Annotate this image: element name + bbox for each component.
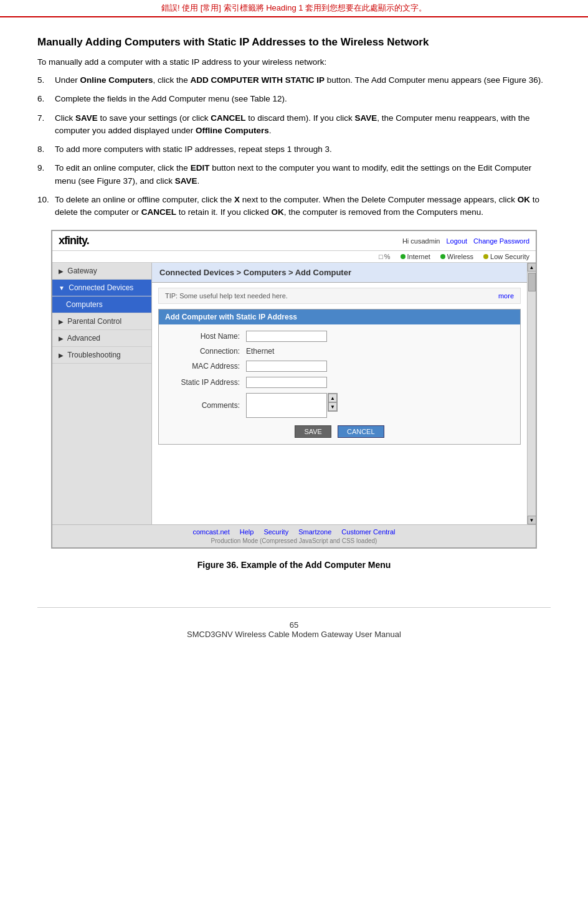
step-10-content: To delete an online or offline computer,… bbox=[55, 194, 551, 219]
form-section: Add Computer with Static IP Address Host… bbox=[158, 309, 521, 445]
intro-paragraph: To manually add a computer with a static… bbox=[37, 57, 551, 67]
step-9: 9. To edit an online computer, click the… bbox=[37, 162, 551, 187]
sidebar-troubleshooting-label: Troubleshooting bbox=[67, 351, 121, 359]
comments-label: Comments: bbox=[171, 401, 246, 410]
form-row-comments: Comments: ▲ ▼ bbox=[171, 393, 508, 418]
tip-more-link[interactable]: more bbox=[498, 292, 514, 300]
sidebar-gateway-label: Gateway bbox=[67, 267, 97, 275]
step-8-content: To add more computers with static IP add… bbox=[55, 143, 551, 156]
hostname-label: Host Name: bbox=[171, 332, 246, 341]
figure-caption: Figure 36. Example of the Add Computer M… bbox=[37, 560, 551, 570]
router-ui: xfinity. Hi cusadmin Logout Change Passw… bbox=[52, 230, 536, 548]
tip-text: TIP: Some useful help text needed here. bbox=[165, 292, 288, 300]
security-label: Low Security bbox=[490, 253, 529, 260]
wireless-label: Wireless bbox=[447, 253, 473, 260]
page-title: Manually Adding Computers with Static IP… bbox=[37, 36, 551, 49]
sidebar-item-troubleshooting[interactable]: ▶ Troubleshooting bbox=[52, 347, 151, 364]
sidebar-item-gateway[interactable]: ▶ Gateway bbox=[52, 263, 151, 280]
sidebar-item-computers[interactable]: Computers bbox=[52, 296, 151, 313]
sidebar-advanced-label: Advanced bbox=[67, 334, 100, 343]
cancel-button[interactable]: CANCEL bbox=[338, 425, 384, 438]
wireless-status: Wireless bbox=[440, 253, 473, 260]
form-row-static-ip: Static IP Address: bbox=[171, 377, 508, 388]
router-topbar: xfinity. Hi cusadmin Logout Change Passw… bbox=[52, 231, 536, 251]
form-section-title: Add Computer with Static IP Address bbox=[159, 310, 520, 324]
mac-input[interactable] bbox=[246, 361, 327, 372]
step-6-num: 6. bbox=[37, 93, 55, 105]
security-status: Low Security bbox=[483, 253, 529, 260]
footer-link-comcast[interactable]: comcast.net bbox=[192, 528, 229, 536]
internet-label: Internet bbox=[407, 253, 430, 260]
footer-link-help[interactable]: Help bbox=[240, 528, 254, 536]
wireless-dot bbox=[440, 254, 445, 259]
kw-cancel-2: CANCEL bbox=[141, 207, 176, 217]
error-bar: 錯誤! 使用 [常用] 索引標籤將 Heading 1 套用到您想要在此處顯示的… bbox=[0, 0, 588, 17]
kw-save-3: SAVE bbox=[175, 176, 197, 186]
doc-footer-title: SMCD3GNV Wireless Cable Modem Gateway Us… bbox=[37, 630, 551, 639]
form-buttons: SAVE CANCEL bbox=[171, 425, 508, 438]
form-row-mac: MAC Address: bbox=[171, 361, 508, 372]
comments-textarea[interactable] bbox=[246, 393, 327, 418]
prod-mode-text: Production Mode (Compressed JavaScript a… bbox=[59, 537, 529, 544]
sidebar-item-connected-devices[interactable]: ▼ Connected Devices bbox=[52, 280, 151, 296]
footer-links: comcast.net Help Security Smartzone Cust… bbox=[59, 528, 529, 536]
error-text: 錯誤! 使用 [常用] 索引標籤將 Heading 1 套用到您想要在此處顯示的… bbox=[161, 3, 427, 12]
sidebar-item-parental-control[interactable]: ▶ Parental Control bbox=[52, 313, 151, 330]
pct-item: □ % bbox=[379, 253, 390, 260]
page-number: 65 bbox=[37, 620, 551, 630]
form-row-connection: Connection: Ethernet bbox=[171, 347, 508, 356]
step-5-content: Under Online Computers, click the ADD CO… bbox=[55, 74, 551, 87]
steps-list: 5. Under Online Computers, click the ADD… bbox=[37, 74, 551, 219]
step-7-num: 7. bbox=[37, 112, 55, 138]
step-9-content: To edit an online computer, click the ED… bbox=[55, 162, 551, 187]
pct-value: □ bbox=[379, 253, 383, 260]
breadcrumb: Connected Devices > Computers > Add Comp… bbox=[152, 263, 527, 283]
hi-user-label: Hi cusadmin bbox=[402, 237, 440, 245]
footer-link-smartzone[interactable]: Smartzone bbox=[298, 528, 331, 536]
static-ip-input[interactable] bbox=[246, 377, 327, 388]
sidebar-item-advanced[interactable]: ▶ Advanced bbox=[52, 330, 151, 347]
security-dot bbox=[483, 254, 488, 259]
router-main-panel: Connected Devices > Computers > Add Comp… bbox=[152, 263, 527, 524]
comments-scrollbar: ▲ ▼ bbox=[328, 393, 338, 412]
status-bar: □ % Internet Wireless Low Security bbox=[52, 251, 536, 263]
footer-link-security[interactable]: Security bbox=[263, 528, 288, 536]
kw-offline-computers: Offline Computers bbox=[196, 126, 269, 135]
connection-label: Connection: bbox=[171, 347, 246, 356]
gateway-arrow: ▶ bbox=[59, 268, 64, 275]
router-sidebar: ▶ Gateway ▼ Connected Devices Computers … bbox=[52, 263, 152, 524]
save-button[interactable]: SAVE bbox=[295, 425, 331, 438]
scroll-down-btn[interactable]: ▼ bbox=[328, 402, 337, 411]
kw-cancel-1: CANCEL bbox=[211, 113, 245, 123]
scrollbar-down-btn[interactable]: ▼ bbox=[528, 516, 536, 524]
footer-link-customer-central[interactable]: Customer Central bbox=[341, 528, 395, 536]
logout-link[interactable]: Logout bbox=[446, 237, 467, 245]
step-7-content: Click SAVE to save your settings (or cli… bbox=[55, 112, 551, 138]
step-7: 7. Click SAVE to save your settings (or … bbox=[37, 112, 551, 138]
scrollbar-up-btn[interactable]: ▲ bbox=[528, 263, 536, 272]
kw-ok-1: OK bbox=[518, 195, 530, 204]
form-row-hostname: Host Name: bbox=[171, 331, 508, 342]
router-scrollbar: ▲ ▼ bbox=[527, 263, 536, 524]
static-ip-label: Static IP Address: bbox=[171, 378, 246, 387]
troubleshooting-arrow: ▶ bbox=[59, 352, 64, 359]
step-5: 5. Under Online Computers, click the ADD… bbox=[37, 74, 551, 87]
kw-ok-2: OK bbox=[271, 207, 283, 217]
connection-value: Ethernet bbox=[246, 347, 274, 356]
advanced-arrow: ▶ bbox=[59, 335, 64, 342]
top-right-info: Hi cusadmin Logout Change Password bbox=[402, 237, 529, 245]
router-footer: comcast.net Help Security Smartzone Cust… bbox=[52, 524, 536, 547]
internet-dot bbox=[401, 254, 405, 259]
kw-online-computers: Online Computers bbox=[80, 75, 153, 85]
step-10: 10. To delete an online or offline compu… bbox=[37, 194, 551, 219]
kw-save-1: SAVE bbox=[75, 113, 98, 123]
scroll-up-btn[interactable]: ▲ bbox=[328, 394, 337, 402]
kw-x: X bbox=[234, 195, 240, 204]
sidebar-computers-label: Computers bbox=[66, 300, 103, 309]
parental-arrow: ▶ bbox=[59, 318, 64, 325]
hostname-input[interactable] bbox=[246, 331, 327, 342]
change-password-link[interactable]: Change Password bbox=[473, 237, 529, 245]
sidebar-parental-label: Parental Control bbox=[67, 317, 121, 326]
xfinity-logo: xfinity. bbox=[59, 234, 89, 247]
scrollbar-thumb[interactable] bbox=[528, 273, 536, 291]
